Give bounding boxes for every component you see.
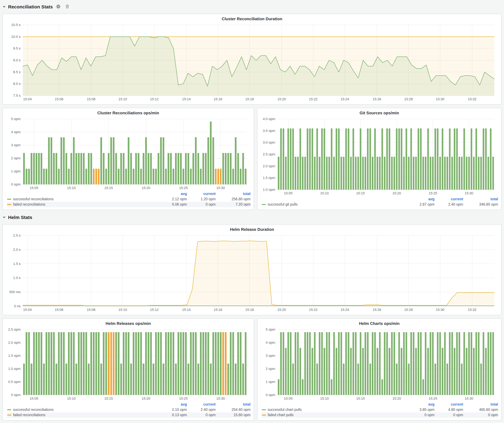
chevron-down-icon [2, 5, 6, 8]
legend: avgcurrenttotalsuccessful chart pulls3.8… [260, 402, 498, 418]
svg-text:15:14: 15:14 [182, 308, 191, 312]
svg-text:15:20: 15:20 [392, 397, 401, 400]
legend-item[interactable]: successful reconciliations2.12 opm1.20 o… [7, 197, 251, 202]
panel-title[interactable]: Helm Charts ops/min [260, 321, 498, 327]
legend-item[interactable]: failed chart pulls0 opm0 opm0 opm [262, 412, 498, 418]
section-title: Reconciliation Stats [8, 4, 53, 9]
section-reconciliation-stats[interactable]: Reconciliation Stats [2, 2, 502, 11]
svg-text:9.5 s: 9.5 s [13, 47, 21, 50]
svg-text:15:18: 15:18 [245, 97, 254, 101]
legend-item[interactable]: successful chart pulls3.85 opm4.80 opm46… [262, 407, 498, 412]
panel-title[interactable]: Cluster Reconciliation Duration [6, 16, 498, 23]
chart-cluster-reconciliation-duration[interactable]: 15:0415:0615:0815:1015:1215:1415:1615:18… [6, 23, 498, 102]
svg-text:2 opm: 2 opm [265, 367, 275, 371]
svg-text:15:26: 15:26 [373, 97, 381, 101]
chart-cluster-reconciliations-ops[interactable]: 15:0515:1015:1515:2015:2515:300 opm1 opm… [6, 117, 251, 191]
svg-text:15:22: 15:22 [309, 97, 318, 101]
svg-text:500 ms: 500 ms [9, 290, 21, 294]
svg-text:0 opm: 0 opm [11, 393, 21, 397]
legend-item[interactable]: successful git pulls2.87 opm2.40 opm346.… [262, 202, 498, 207]
svg-text:15:30: 15:30 [216, 186, 225, 190]
svg-text:15:05: 15:05 [284, 191, 292, 195]
svg-text:15:30: 15:30 [436, 97, 444, 101]
svg-text:15:15: 15:15 [356, 397, 365, 400]
panel-cluster-reconciliations-ops: Cluster Reconciliations ops/min 15:0515:… [2, 108, 254, 210]
svg-text:8.0 s: 8.0 s [13, 82, 21, 86]
svg-text:9.0 s: 9.0 s [13, 58, 21, 62]
svg-text:0 ns: 0 ns [14, 304, 21, 308]
svg-text:15:10: 15:10 [320, 191, 329, 195]
svg-text:15:06: 15:06 [55, 97, 63, 101]
svg-text:1.0 opm: 1.0 opm [263, 188, 275, 192]
svg-text:15:15: 15:15 [356, 191, 365, 195]
svg-text:2.0 opm: 2.0 opm [263, 164, 275, 168]
svg-text:15:25: 15:25 [179, 397, 188, 400]
svg-text:2 opm: 2 opm [11, 156, 21, 160]
svg-text:15:20: 15:20 [142, 397, 150, 400]
legend-item[interactable]: successful reconciliations2.10 opm2.40 o… [7, 407, 251, 412]
svg-text:15:25: 15:25 [429, 397, 437, 400]
svg-text:2.0 opm: 2.0 opm [8, 341, 21, 345]
svg-text:15:10: 15:10 [67, 397, 76, 400]
svg-text:15:25: 15:25 [429, 191, 437, 195]
svg-text:5 opm: 5 opm [265, 328, 275, 331]
panel-title[interactable]: Git Sources ops/min [260, 110, 498, 117]
svg-text:15:28: 15:28 [404, 97, 413, 101]
svg-text:15:24: 15:24 [341, 308, 349, 312]
svg-text:1.5 s: 1.5 s [13, 262, 21, 266]
svg-text:15:08: 15:08 [87, 97, 95, 101]
panel-helm-release-duration: Helm Release Duration 15:0415:0615:0815:… [2, 224, 502, 315]
svg-text:15:06: 15:06 [55, 308, 63, 312]
row-settings-button[interactable] [56, 4, 61, 9]
svg-text:1 opm: 1 opm [11, 169, 21, 173]
svg-text:15:15: 15:15 [104, 186, 113, 190]
svg-text:4 opm: 4 opm [265, 341, 275, 345]
legend: avgcurrenttotalsuccessful reconciliation… [6, 402, 251, 418]
svg-text:0 opm: 0 opm [265, 393, 275, 397]
svg-text:15:28: 15:28 [404, 308, 413, 312]
panel-title[interactable]: Helm Releases ops/min [6, 321, 251, 327]
svg-text:15:05: 15:05 [30, 397, 38, 400]
svg-text:15:32: 15:32 [468, 97, 476, 101]
svg-text:1.0 opm: 1.0 opm [8, 367, 21, 371]
svg-text:15:08: 15:08 [87, 308, 95, 312]
panel-title[interactable]: Cluster Reconciliations ops/min [6, 110, 251, 117]
svg-text:3 opm: 3 opm [11, 143, 21, 147]
svg-text:2.5 opm: 2.5 opm [8, 328, 21, 331]
chart-helm-releases-ops[interactable]: 15:0515:1015:1515:2015:2515:300 opm0.5 o… [6, 327, 251, 401]
chevron-down-icon [2, 215, 6, 219]
legend-item[interactable]: failed reconciliations0.13 opm0 opm15.60… [7, 412, 251, 418]
chart-git-sources-ops[interactable]: 15:0515:1015:1515:2015:2515:301.0 opm1.5… [260, 117, 498, 196]
gear-icon [56, 4, 61, 9]
chart-helm-release-duration[interactable]: 15:0415:0615:0815:1015:1215:1415:1615:18… [6, 233, 498, 312]
legend-header: avgcurrenttotal [7, 191, 251, 197]
svg-text:3 opm: 3 opm [265, 354, 275, 358]
panel-title[interactable]: Helm Release Duration [6, 226, 498, 233]
legend-item[interactable]: failed reconciliations0.06 opm0 opm7.20 … [7, 202, 251, 207]
section-helm-stats[interactable]: Helm Stats [2, 213, 502, 221]
dashboard: Reconciliation Stats [0, 0, 504, 423]
svg-text:4 opm: 4 opm [11, 130, 21, 134]
svg-text:7.5 s: 7.5 s [13, 94, 21, 98]
svg-text:0 opm: 0 opm [11, 182, 21, 186]
svg-text:2.5 s: 2.5 s [13, 234, 21, 237]
chart-helm-charts-ops[interactable]: 15:0515:1015:1515:2015:2515:300 opm1 opm… [260, 327, 498, 401]
svg-text:15:12: 15:12 [150, 97, 159, 101]
svg-text:15:30: 15:30 [465, 397, 473, 400]
svg-text:15:18: 15:18 [245, 308, 254, 312]
svg-text:15:26: 15:26 [373, 308, 381, 312]
svg-text:15:04: 15:04 [23, 97, 32, 101]
svg-text:10.0 s: 10.0 s [11, 35, 21, 39]
svg-text:15:20: 15:20 [277, 308, 286, 312]
svg-text:15:12: 15:12 [150, 308, 159, 312]
panel-git-sources-ops: Git Sources ops/min 15:0515:1015:1515:20… [257, 108, 502, 210]
svg-text:5 opm: 5 opm [11, 117, 21, 121]
svg-text:15:30: 15:30 [216, 397, 225, 400]
row-delete-button[interactable] [65, 4, 70, 9]
legend: avgcurrenttotalsuccessful git pulls2.87 … [260, 197, 498, 207]
svg-text:8.5 s: 8.5 s [13, 70, 21, 74]
legend-header: avgcurrenttotal [262, 402, 498, 407]
svg-text:1.0 s: 1.0 s [13, 276, 21, 280]
svg-text:15:20: 15:20 [392, 191, 401, 195]
svg-text:15:10: 15:10 [320, 397, 329, 400]
